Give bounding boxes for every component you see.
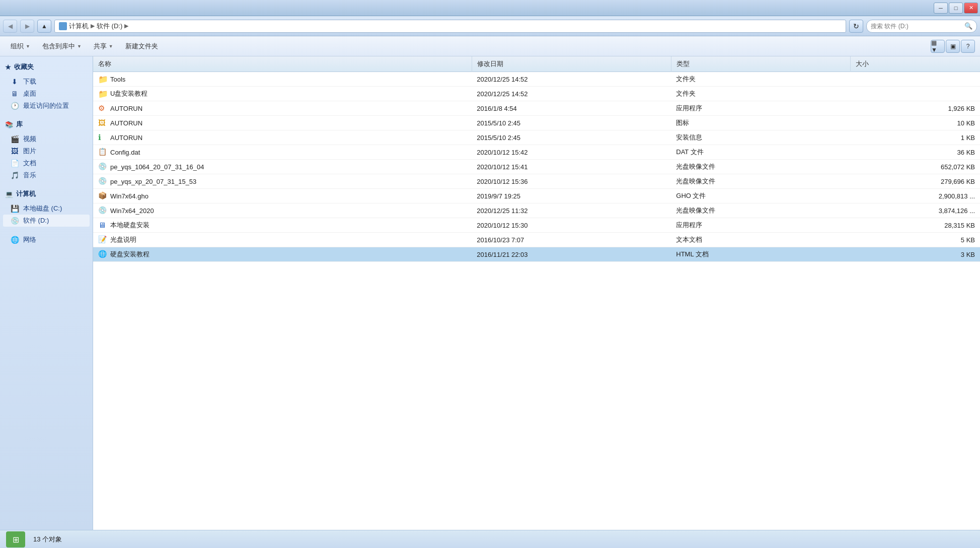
file-name: 光盘说明 (110, 235, 136, 244)
file-size: 2,900,813 ... (851, 189, 980, 203)
network-label: 网络 (23, 235, 36, 244)
sidebar-library-header: 📚 库 (3, 119, 90, 130)
add-to-library-button[interactable]: 包含到库中 ▼ (37, 39, 87, 54)
breadcrumb[interactable]: 计算机 ▶ 软件 (D:) ▶ (54, 20, 846, 33)
table-row[interactable]: ℹ AUTORUN 2015/5/10 2:45 安装信息 1 KB (93, 130, 980, 145)
table-row[interactable]: 📋 Config.dat 2020/10/12 15:42 DAT 文件 36 … (93, 145, 980, 160)
file-icon: 📁 (98, 89, 107, 98)
file-name-cell: 🌐 硬盘安装教程 (93, 247, 472, 262)
table-row[interactable]: 💿 pe_yqs_1064_20_07_31_16_04 2020/10/12 … (93, 160, 980, 174)
share-button[interactable]: 共享 ▼ (88, 39, 119, 54)
sidebar-item-pictures[interactable]: 🖼 图片 (3, 145, 90, 157)
video-icon: 🎬 (10, 134, 19, 144)
table-row[interactable]: 📁 U盘安装教程 2020/12/25 14:52 文件夹 (93, 87, 980, 101)
sidebar-item-music[interactable]: 🎵 音乐 (3, 169, 90, 181)
favorites-star-icon: ★ (5, 63, 11, 71)
file-date: 2015/5/10 2:45 (472, 116, 671, 130)
file-name: Win7x64_2020 (110, 207, 154, 215)
search-input[interactable] (871, 23, 962, 30)
file-icon: 🖥 (98, 221, 107, 230)
file-name-cell: 📦 Win7x64.gho (93, 189, 472, 203)
sidebar-library-section: 📚 库 🎬 视频 🖼 图片 📄 文档 🎵 音乐 (3, 119, 90, 181)
file-type: HTML 文档 (671, 247, 850, 262)
d-drive-icon: 💿 (10, 216, 19, 225)
sidebar-item-c-drive[interactable]: 💾 本地磁盘 (C:) (3, 202, 90, 215)
file-type: GHO 文件 (671, 189, 850, 203)
table-row[interactable]: 📝 光盘说明 2016/10/23 7:07 文本文档 5 KB (93, 233, 980, 247)
file-icon: 💿 (98, 162, 107, 171)
sidebar-item-d-drive[interactable]: 💿 软件 (D:) (3, 215, 90, 227)
col-name[interactable]: 名称 (93, 56, 472, 72)
file-name-cell: 📝 光盘说明 (93, 233, 472, 247)
file-date: 2020/12/25 14:52 (472, 72, 671, 87)
file-name: Win7x64.gho (110, 192, 148, 200)
view-toggle-button[interactable]: ▦ ▼ (931, 40, 945, 53)
sidebar-item-desktop[interactable]: 🖥 桌面 (3, 88, 90, 100)
file-name: Config.dat (110, 149, 140, 156)
file-icon: 📁 (98, 75, 107, 84)
search-icon: 🔍 (964, 22, 972, 30)
status-app-icon: ⊞ (6, 531, 25, 547)
table-row[interactable]: 📦 Win7x64.gho 2019/9/7 19:25 GHO 文件 2,90… (93, 189, 980, 203)
table-row[interactable]: 💿 Win7x64_2020 2020/12/25 11:32 光盘映像文件 3… (93, 203, 980, 218)
breadcrumb-computer[interactable]: 计算机 (69, 22, 89, 31)
table-row[interactable]: 💿 pe_yqs_xp_20_07_31_15_53 2020/10/12 15… (93, 174, 980, 189)
refresh-button[interactable]: ↻ (849, 20, 863, 33)
file-type: 应用程序 (671, 101, 850, 116)
col-type[interactable]: 类型 (671, 56, 850, 72)
sidebar-item-downloads[interactable]: ⬇ 下载 (3, 76, 90, 88)
file-size (851, 72, 980, 87)
back-button[interactable]: ◀ (3, 20, 17, 33)
music-icon: 🎵 (10, 171, 19, 180)
breadcrumb-sep2: ▶ (124, 23, 128, 29)
file-type: 文本文档 (671, 233, 850, 247)
file-date: 2020/10/12 15:42 (472, 145, 671, 160)
col-size[interactable]: 大小 (851, 56, 980, 72)
sidebar-item-network[interactable]: 🌐 网络 (3, 234, 90, 246)
close-button[interactable]: ✕ (964, 3, 978, 14)
computer-sidebar-icon: 💻 (5, 190, 13, 198)
file-type: 安装信息 (671, 130, 850, 145)
file-name-cell: 🖥 本地硬盘安装 (93, 218, 472, 233)
table-row[interactable]: 📁 Tools 2020/12/25 14:52 文件夹 (93, 72, 980, 87)
sidebar-item-recent[interactable]: 🕐 最近访问的位置 (3, 100, 90, 112)
file-type: 光盘映像文件 (671, 160, 850, 174)
forward-button[interactable]: ▶ (20, 20, 34, 33)
organize-button[interactable]: 组织 ▼ (5, 39, 36, 54)
table-row[interactable]: 🖥 本地硬盘安装 2020/10/12 15:30 应用程序 28,315 KB (93, 218, 980, 233)
preview-pane-button[interactable]: ▣ (946, 40, 960, 53)
maximize-button[interactable]: □ (949, 3, 963, 14)
breadcrumb-sep1: ▶ (91, 23, 95, 29)
organize-label: 组织 (11, 42, 24, 51)
file-size: 3 KB (851, 247, 980, 262)
up-button[interactable]: ▲ (37, 20, 51, 33)
sidebar-computer-section: 💻 计算机 💾 本地磁盘 (C:) 💿 软件 (D:) (3, 188, 90, 227)
file-size: 3,874,126 ... (851, 203, 980, 218)
favorites-label: 收藏夹 (14, 62, 34, 72)
new-folder-button[interactable]: 新建文件夹 (120, 39, 164, 54)
file-date: 2015/5/10 2:45 (472, 130, 671, 145)
file-icon: 💿 (98, 206, 107, 215)
breadcrumb-drive[interactable]: 软件 (D:) (97, 22, 122, 31)
d-drive-label: 软件 (D:) (23, 216, 49, 225)
file-type: 应用程序 (671, 218, 850, 233)
file-name-cell: 📁 U盘安装教程 (93, 87, 472, 101)
documents-label: 文档 (23, 159, 36, 168)
col-date[interactable]: 修改日期 (472, 56, 671, 72)
file-date: 2019/9/7 19:25 (472, 189, 671, 203)
search-bar[interactable]: 🔍 (866, 20, 977, 33)
minimize-button[interactable]: ─ (934, 3, 948, 14)
sidebar-item-video[interactable]: 🎬 视频 (3, 133, 90, 145)
table-row[interactable]: 🖼 AUTORUN 2015/5/10 2:45 图标 10 KB (93, 116, 980, 130)
file-name-cell: 🖼 AUTORUN (93, 116, 472, 130)
title-bar: ─ □ ✕ (0, 0, 980, 16)
table-row[interactable]: 🌐 硬盘安装教程 2016/11/21 22:03 HTML 文档 3 KB (93, 247, 980, 262)
help-button[interactable]: ? (961, 40, 975, 53)
file-name: Tools (110, 76, 125, 83)
table-row[interactable]: ⚙ AUTORUN 2016/1/8 4:54 应用程序 1,926 KB (93, 101, 980, 116)
add-to-library-label: 包含到库中 (42, 42, 75, 51)
sidebar-computer-header: 💻 计算机 (3, 188, 90, 199)
file-date: 2020/12/25 11:32 (472, 203, 671, 218)
sidebar-item-documents[interactable]: 📄 文档 (3, 157, 90, 169)
file-icon: 📋 (98, 148, 107, 157)
